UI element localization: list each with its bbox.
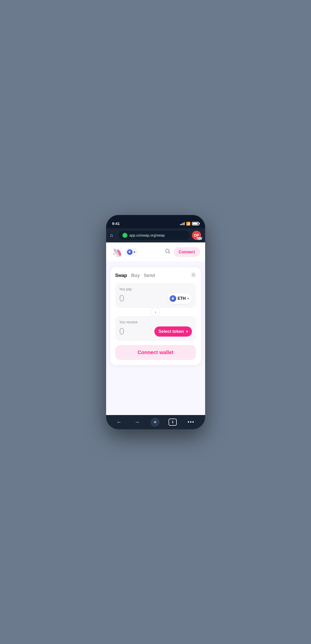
you-receive-section: You receive Select token ▾ (115, 316, 196, 341)
new-tab-button[interactable]: + (151, 418, 160, 427)
back-arrow-icon: ← (117, 419, 122, 425)
eth-chevron-icon: ▾ (187, 297, 189, 300)
you-receive-row: Select token ▾ (119, 326, 192, 337)
url-text: app.uniswap.org/swap (129, 233, 186, 237)
signal-icon (180, 222, 185, 225)
forward-arrow-icon: → (135, 419, 140, 425)
swap-direction: ↓ (115, 307, 196, 317)
settings-icon (190, 272, 196, 278)
select-token-chevron-icon: ▾ (186, 329, 188, 334)
phone-notch (139, 215, 172, 224)
page-content: 🦄 ▾ (106, 242, 205, 415)
status-time: 9:41 (112, 221, 120, 226)
app-header: 🦄 ▾ (106, 242, 205, 262)
profile-button[interactable]: OP SW (192, 231, 201, 240)
wifi-icon: 📶 (186, 222, 190, 226)
shield-icon: ✓ (122, 233, 127, 238)
search-button[interactable] (165, 249, 171, 256)
you-pay-section: You pay ETH ▾ (115, 283, 196, 308)
tab-send[interactable]: Send (144, 273, 155, 278)
you-pay-input[interactable] (119, 293, 150, 304)
phone-frame: 9:41 📶 ⌂ ✓ app.uniswap.org/swap OP (106, 215, 205, 429)
eth-token-icon (170, 295, 176, 302)
select-token-button[interactable]: Select token ▾ (154, 326, 192, 337)
settings-button[interactable] (190, 272, 196, 279)
swap-arrow-icon: ↓ (155, 310, 157, 314)
eth-network-icon (127, 249, 133, 255)
profile-sub-label: SW (198, 236, 202, 240)
svg-text:🦄: 🦄 (112, 248, 122, 257)
more-icon: ••• (188, 419, 194, 425)
network-selector[interactable]: ▾ (124, 248, 138, 256)
eth-token-selector[interactable]: ETH ▾ (168, 293, 192, 304)
you-pay-row: ETH ▾ (119, 293, 192, 304)
forward-button[interactable]: → (133, 417, 142, 427)
home-button[interactable]: ⌂ (110, 232, 116, 238)
plus-icon: + (154, 419, 157, 425)
search-icon (165, 249, 171, 254)
tabs-count: 3 (172, 420, 174, 424)
tab-buy[interactable]: Buy (131, 273, 140, 278)
you-receive-input[interactable] (119, 326, 150, 337)
select-token-label: Select token (158, 329, 184, 334)
network-chevron-icon: ▾ (134, 250, 135, 254)
tabs-button[interactable]: 3 (169, 419, 177, 426)
battery-icon (192, 222, 199, 225)
swap-direction-button[interactable]: ↓ (151, 307, 160, 317)
url-bar[interactable]: ✓ app.uniswap.org/swap (119, 231, 189, 240)
browser-bar: ⌂ ✓ app.uniswap.org/swap OP SW (106, 228, 205, 242)
swap-card: Swap Buy Send You pay (110, 267, 201, 365)
tab-swap[interactable]: Swap (115, 273, 127, 278)
unicorn-icon: 🦄 (111, 247, 122, 257)
unicorn-logo: 🦄 (111, 246, 122, 258)
status-icons: 📶 (180, 222, 199, 226)
connect-wallet-button[interactable]: Connect wallet (115, 345, 196, 360)
bottom-nav: ← → + 3 ••• (106, 415, 205, 429)
back-button[interactable]: ← (114, 417, 124, 427)
connect-button[interactable]: Connect (174, 247, 200, 257)
you-receive-label: You receive (119, 320, 192, 324)
svg-point-3 (166, 249, 169, 253)
you-pay-label: You pay (119, 287, 192, 291)
header-right: Connect (165, 247, 200, 257)
more-button[interactable]: ••• (186, 417, 197, 427)
header-left: 🦄 ▾ (111, 246, 138, 258)
swap-tabs: Swap Buy Send (115, 272, 196, 279)
svg-line-4 (169, 252, 170, 254)
eth-token-name: ETH (178, 296, 186, 301)
